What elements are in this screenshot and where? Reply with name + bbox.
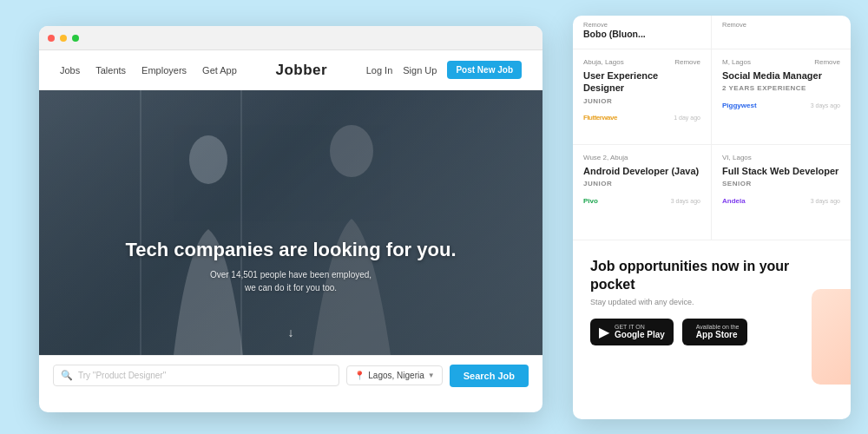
app-store-name: App Store [696,330,740,339]
job-remove-2[interactable]: Remove [814,58,840,66]
job-title-4: Full Stack Web Developer [722,165,840,177]
cta-title: Job opportunities now in your pocket [590,258,833,294]
svg-point-1 [330,125,373,177]
jobs-grid: Abuja, Lagos Remove User Experience Desi… [573,49,851,240]
partial-card-2: Remove [712,16,851,49]
job-title-3: Android Developer (Java) [583,165,700,177]
nav-employers[interactable]: Employers [141,65,187,76]
search-icon: 🔍 [61,370,73,381]
cta-section: Job opportunities now in your pocket Sta… [573,240,851,359]
company-logo-1: Flutterwave [583,112,617,124]
partial-remove-1[interactable]: Remove [583,21,608,29]
location-selector[interactable]: 📍 Lagos, Nigeria ▼ [346,365,442,385]
nav-links: Jobs Talents Employers Get App [60,65,237,76]
job-card-fullstack-dev: VI, Lagos Full Stack Web Developer SENIO… [712,145,851,240]
partial-title-1: Bobo (Bluon... [583,29,700,41]
location-text: Lagos, Nigeria [368,371,424,380]
company-logo-2: Piggywest [722,99,757,111]
phone-decoration [812,289,851,385]
search-input-wrap[interactable]: 🔍 Try "Product Designer" [53,365,339,386]
browser-card: Jobs Talents Employers Get App Jobber Lo… [39,26,542,412]
browser-dot-red [48,35,55,42]
google-play-icon: ▶ [599,324,609,340]
app-store-sub: Available on the [696,324,740,330]
svg-point-0 [189,135,227,184]
job-card-social-media: M, Lagos Remove Social Media Manager 2 Y… [712,49,851,145]
nav-talents[interactable]: Talents [95,65,126,76]
partial-remove-2[interactable]: Remove [722,21,746,29]
hero-text: Tech companies are looking for you. Over… [64,238,517,295]
partial-card-1: Remove Bobo (Bluon... [573,16,712,49]
job-location-2: M, Lagos [722,58,751,66]
browser-dot-yellow [60,35,67,42]
app-store-button[interactable]: Available on the App Store [682,319,748,345]
post-job-button[interactable]: Post New Job [447,61,522,79]
job-card-ux-designer: Abuja, Lagos Remove User Experience Desi… [573,49,712,145]
job-location-1: Abuja, Lagos [583,58,624,66]
google-play-sub: GET IT ON [615,324,665,330]
search-bar: 🔍 Try "Product Designer" 📍 Lagos, Nigeri… [39,355,542,395]
job-location-3: Wuse 2, Abuja [583,154,628,161]
job-location-4: VI, Lagos [722,154,752,161]
signup-link[interactable]: Sign Up [403,65,437,76]
company-logo-4: Andela [722,194,746,207]
job-level-4: SENIOR [722,180,840,187]
nav-actions: Log In Sign Up Post New Job [366,61,522,79]
job-remove-1[interactable]: Remove [674,58,700,66]
job-time-1: 1 day ago [674,115,700,121]
location-pin-icon: 📍 [354,371,365,380]
hero-arrow: ↓ [288,326,294,339]
job-title-2: Social Media Manager [722,69,840,82]
hero-title: Tech companies are looking for you. [64,238,517,262]
job-level-3: JUNIOR [583,180,700,187]
google-play-name: Google Play [615,330,665,339]
right-panel: Remove Bobo (Bluon... Remove Abuja, Lago… [573,16,851,419]
company-name-3: Pivo [583,197,598,205]
partial-top-row: Remove Bobo (Bluon... Remove [573,16,851,49]
hero-subtitle: Over 14,501 people have been employed,we… [64,268,517,294]
nav-jobs[interactable]: Jobs [60,65,80,76]
company-logo-3: Pivo [583,194,598,207]
search-placeholder: Try "Product Designer" [78,371,166,380]
brand-logo: Jobber [237,62,366,79]
browser-dot-green [72,35,79,42]
store-buttons: ▶ GET IT ON Google Play Available on the… [590,319,833,345]
job-level-1: JUNIOR [583,97,700,105]
job-level-2: 2 YEARS EXPERIENCE [722,84,840,92]
cta-subtitle: Stay updated with any device. [590,298,833,306]
search-button[interactable]: Search Job [450,365,529,387]
job-time-3: 3 days ago [671,198,700,204]
browser-bar [39,26,542,50]
company-name-4: Andela [722,197,746,205]
google-play-text: GET IT ON Google Play [615,324,665,339]
app-store-text: Available on the App Store [696,324,740,339]
chevron-down-icon: ▼ [428,372,435,379]
nav-get-app[interactable]: Get App [202,65,237,76]
navbar: Jobs Talents Employers Get App Jobber Lo… [39,50,542,90]
company-name-2: Piggywest [722,102,757,109]
job-card-android-dev: Wuse 2, Abuja Android Developer (Java) J… [573,145,712,240]
hero-people-svg [39,90,542,355]
job-time-2: 3 days ago [811,102,840,108]
company-name-1: Flutterwave [583,114,617,122]
login-link[interactable]: Log In [366,65,393,76]
hero-section: Tech companies are looking for you. Over… [39,90,542,355]
google-play-button[interactable]: ▶ GET IT ON Google Play [590,319,674,345]
job-time-4: 3 days ago [811,198,840,204]
job-title-1: User Experience Designer [583,69,700,95]
